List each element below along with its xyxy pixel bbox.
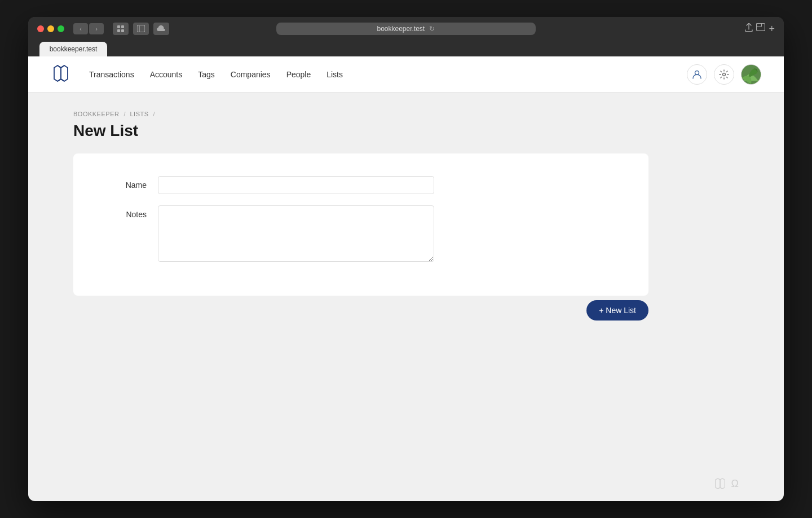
grid-icon[interactable]: [113, 23, 129, 35]
new-list-button[interactable]: + New List: [586, 300, 648, 321]
forward-button[interactable]: ›: [89, 23, 104, 34]
notes-label: Notes: [102, 205, 147, 219]
traffic-lights: [37, 25, 64, 32]
avatar-image: [742, 65, 761, 84]
nav-people[interactable]: People: [286, 68, 311, 81]
tab-icon[interactable]: [756, 23, 765, 35]
breadcrumb-sep-2: /: [153, 111, 155, 117]
url-text: bookkeeper.test: [377, 25, 425, 33]
svg-rect-2: [117, 29, 120, 32]
back-button[interactable]: ‹: [73, 23, 88, 34]
browser-window: ‹ ›: [28, 17, 784, 501]
user-icon-button[interactable]: [687, 64, 707, 85]
svg-rect-0: [117, 25, 120, 28]
breadcrumb: BOOKKEEPER / LISTS /: [73, 111, 739, 117]
svg-point-9: [723, 73, 726, 76]
name-label: Name: [102, 176, 147, 190]
settings-icon-button[interactable]: [714, 64, 734, 85]
minimize-button[interactable]: [47, 25, 54, 32]
breadcrumb-sep-1: /: [123, 111, 125, 117]
nav-buttons: ‹ ›: [73, 23, 104, 34]
main-content: BOOKKEEPER / LISTS / New List Name Notes: [28, 93, 784, 469]
breadcrumb-lists[interactable]: LISTS: [130, 111, 148, 117]
nav-actions: [687, 64, 761, 85]
browser-chrome: ‹ ›: [28, 17, 784, 56]
tab-label: bookkeeper.test: [50, 45, 98, 53]
svg-rect-3: [121, 29, 124, 32]
tab-bar: bookkeeper.test: [37, 42, 775, 56]
nav-companies[interactable]: Companies: [231, 68, 271, 81]
nav-links: Transactions Accounts Tags Companies Peo…: [89, 68, 687, 81]
browser-icons: [113, 23, 169, 35]
name-row: Name: [102, 176, 620, 194]
browser-titlebar: ‹ ›: [37, 23, 775, 35]
name-input[interactable]: [158, 176, 434, 194]
svg-rect-4: [137, 25, 145, 32]
browser-action-icons: +: [745, 23, 775, 35]
breadcrumb-bookkeeper[interactable]: BOOKKEEPER: [73, 111, 119, 117]
nav-lists[interactable]: Lists: [326, 68, 343, 81]
book-icon[interactable]: [713, 478, 725, 492]
form-card: Name Notes: [73, 153, 648, 296]
share-icon[interactable]: [745, 23, 753, 35]
new-tab-icon[interactable]: +: [769, 23, 775, 35]
maximize-button[interactable]: [58, 25, 64, 32]
cloud-icon[interactable]: [153, 23, 169, 35]
active-tab[interactable]: bookkeeper.test: [39, 42, 107, 56]
new-list-button-label: + New List: [599, 306, 636, 315]
svg-rect-7: [757, 23, 762, 27]
reload-icon[interactable]: ↻: [429, 25, 435, 33]
nav-transactions[interactable]: Transactions: [89, 68, 134, 81]
nav-tags[interactable]: Tags: [198, 68, 215, 81]
sidebar-icon[interactable]: [133, 23, 149, 35]
app-logo[interactable]: [51, 63, 71, 86]
close-button[interactable]: [37, 25, 44, 32]
form-actions: + New List: [73, 300, 648, 321]
page-title: New List: [73, 122, 739, 140]
address-bar[interactable]: bookkeeper.test ↻: [276, 23, 536, 35]
nav-accounts[interactable]: Accounts: [150, 68, 183, 81]
footer-icons: Ω: [28, 469, 784, 501]
avatar[interactable]: [741, 64, 761, 85]
omega-icon[interactable]: Ω: [731, 478, 739, 492]
svg-rect-1: [121, 25, 124, 28]
notes-input[interactable]: [158, 205, 434, 262]
page-content: Transactions Accounts Tags Companies Peo…: [28, 56, 784, 501]
app-nav: Transactions Accounts Tags Companies Peo…: [28, 56, 784, 93]
notes-row: Notes: [102, 205, 620, 262]
